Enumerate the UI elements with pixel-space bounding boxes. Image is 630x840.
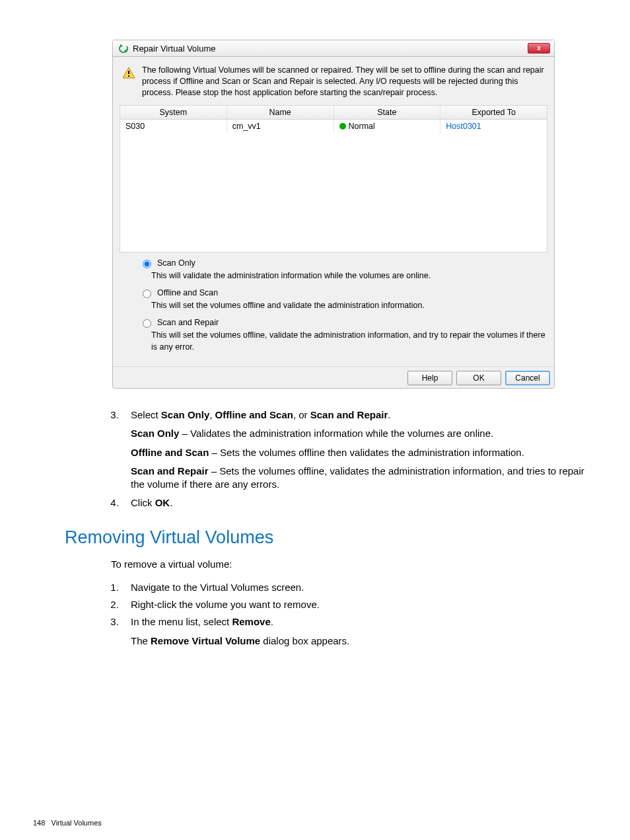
exported-to-link[interactable]: Host0301 [446, 122, 481, 131]
removing-intro: To remove a virtual volume: [111, 558, 597, 571]
text: Select [131, 409, 161, 420]
dialog-title: Repair Virtual Volume [133, 44, 216, 54]
radio-offline-and-scan[interactable]: Offline and Scan [139, 287, 546, 299]
volumes-table: System Name State Exported To S030 cm_vv… [120, 105, 547, 252]
text-bold: Offline and Scan [131, 447, 209, 458]
text-bold: OK [155, 497, 170, 508]
text: , or [293, 409, 310, 420]
cell-name: cm_vv1 [227, 120, 334, 133]
column-header-state[interactable]: State [334, 106, 441, 119]
text: . [170, 497, 172, 508]
step-3: Select Scan Only, Offline and Scan, or S… [122, 408, 597, 491]
radio-offline-and-scan-input[interactable] [143, 289, 151, 298]
radio-scan-and-repair-input[interactable] [143, 319, 151, 328]
option-offline-and-scan: Offline and Scan This will set the volum… [139, 287, 546, 312]
radio-scan-only[interactable]: Scan Only [139, 258, 546, 270]
removing-step-1: Navigate to the Virtual Volumes screen. [122, 581, 597, 594]
radio-scan-only-input[interactable] [143, 260, 151, 268]
text-bold: Remove [232, 616, 270, 627]
svg-rect-1 [128, 75, 129, 77]
text-bold: Scan and Repair [131, 465, 209, 477]
text: – Sets the volumes offline then validate… [209, 447, 524, 458]
text: dialog box appears. [260, 635, 349, 646]
text: . [271, 616, 273, 627]
doc-body: Select Scan Only, Offline and Scan, or S… [111, 408, 597, 648]
dialog-info-text: The following Virtual Volumes will be sc… [142, 65, 545, 98]
column-header-name[interactable]: Name [227, 106, 334, 119]
page-number: 148 [33, 819, 45, 827]
table-row[interactable]: S030 cm_vv1 Normal Host0301 [120, 120, 547, 133]
scan-options-group: Scan Only This will validate the adminis… [120, 252, 547, 362]
text: The [131, 635, 151, 646]
text: . [388, 409, 390, 420]
text-bold: Remove Virtual Volume [151, 635, 260, 646]
dialog-info-row: The following Virtual Volumes will be sc… [120, 63, 547, 105]
text-bold: Scan Only [131, 428, 179, 439]
radio-offline-and-scan-label: Offline and Scan [157, 287, 218, 299]
warning-icon [122, 66, 135, 79]
help-button[interactable]: Help [407, 371, 452, 385]
option-scan-only: Scan Only This will validate the adminis… [139, 258, 546, 282]
dialog-titlebar: Repair Virtual Volume x [113, 40, 554, 57]
app-icon [118, 43, 129, 54]
cell-system: S030 [120, 120, 227, 133]
text: Click [131, 497, 155, 508]
text: In the menu list, select [131, 616, 232, 627]
section-title: Virtual Volumes [52, 819, 102, 827]
dialog-button-row: Help OK Cancel [113, 366, 554, 388]
removing-step-2: Right-click the volume you want to remov… [122, 598, 597, 611]
removing-step-3: In the menu list, select Remove. The Rem… [122, 615, 597, 648]
table-header-row: System Name State Exported To [120, 106, 547, 120]
column-header-exported-to[interactable]: Exported To [440, 106, 547, 119]
cell-state: Normal [334, 120, 441, 133]
cell-exported-to: Host0301 [440, 120, 547, 133]
page-footer: 148 Virtual Volumes [33, 819, 102, 827]
ok-button[interactable]: OK [456, 371, 501, 385]
close-icon[interactable]: x [528, 43, 550, 54]
repair-virtual-volume-dialog: Repair Virtual Volume x The following Vi… [112, 40, 555, 389]
text: , [209, 409, 215, 420]
option-scan-and-repair: Scan and Repair This will set the volume… [139, 317, 546, 354]
radio-scan-only-label: Scan Only [157, 258, 195, 270]
status-dot-icon [339, 123, 346, 130]
radio-scan-only-desc: This will validate the administration in… [139, 270, 546, 282]
text-bold: Scan Only [161, 409, 209, 420]
radio-scan-and-repair-desc: This will set the volumes offline, valid… [139, 330, 546, 353]
cancel-button[interactable]: Cancel [505, 371, 550, 385]
cell-state-text: Normal [349, 122, 375, 131]
radio-offline-and-scan-desc: This will set the volumes offline and va… [139, 300, 546, 312]
text: – Validates the administration informati… [179, 428, 493, 439]
text-bold: Scan and Repair [310, 409, 388, 420]
radio-scan-and-repair[interactable]: Scan and Repair [139, 317, 546, 329]
column-header-system[interactable]: System [120, 106, 227, 119]
radio-scan-and-repair-label: Scan and Repair [157, 317, 219, 329]
text-bold: Offline and Scan [215, 409, 293, 420]
heading-removing-virtual-volumes: Removing Virtual Volumes [65, 527, 597, 548]
svg-rect-0 [128, 71, 129, 74]
step-4: Click OK. [122, 496, 597, 510]
